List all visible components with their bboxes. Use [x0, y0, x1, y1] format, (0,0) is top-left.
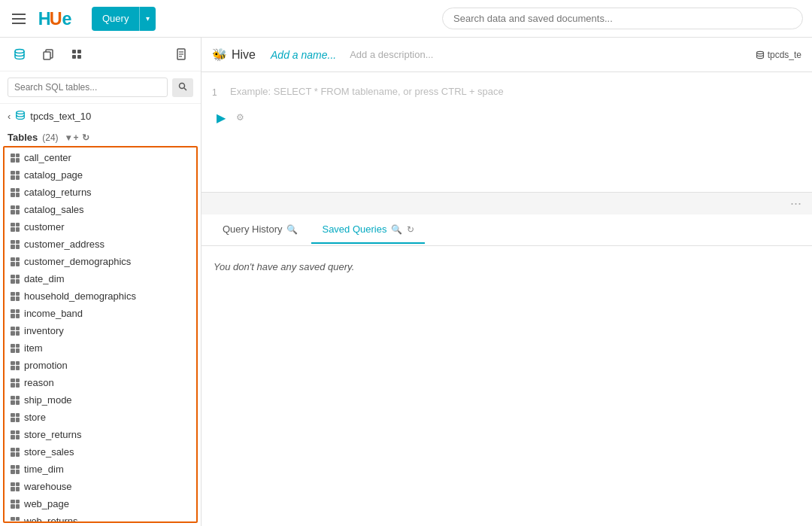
table-list-item[interactable]: store_returns — [5, 426, 196, 443]
table-grid-icon — [11, 344, 20, 353]
table-grid-icon — [11, 396, 20, 405]
editor-header: 🐝 Hive Add a name... Add a description..… — [201, 38, 812, 72]
table-list-item[interactable]: web_page — [5, 495, 196, 512]
navbar-left: H U e Query ▾ — [9, 7, 156, 31]
table-list-item[interactable]: ship_mode — [5, 391, 196, 409]
sidebar-icons — [0, 38, 201, 71]
query-history-label: Query History — [223, 223, 282, 235]
table-name: store_returns — [24, 429, 82, 440]
table-name: web_returns — [24, 515, 78, 523]
table-list-item[interactable]: item — [5, 339, 196, 357]
svg-rect-8 — [77, 55, 81, 59]
table-list-item[interactable]: inventory — [5, 322, 196, 339]
table-name: item — [24, 342, 43, 354]
table-list-item[interactable]: call_center — [5, 149, 196, 166]
svg-point-13 — [180, 83, 185, 88]
table-list-item[interactable]: catalog_page — [5, 166, 196, 184]
run-button[interactable]: ▶ — [212, 108, 230, 126]
table-list-item[interactable]: household_demographics — [5, 287, 196, 305]
table-name: ship_mode — [24, 394, 72, 406]
db-icon — [15, 110, 26, 123]
editor-line-1: 1 Example: SELECT * FROM tablename, or p… — [212, 80, 801, 104]
table-search-input[interactable] — [8, 78, 168, 97]
back-arrow-icon[interactable]: ‹ — [8, 111, 11, 122]
top-navbar: H U e Query ▾ — [0, 0, 812, 38]
table-name: household_demographics — [24, 290, 136, 302]
table-list: call_center catalog_page catalog_returns… — [3, 146, 198, 523]
table-name: customer — [24, 221, 64, 233]
table-name: warehouse — [24, 481, 72, 492]
table-grid-icon — [11, 361, 20, 370]
search-input[interactable] — [442, 8, 803, 29]
svg-point-15 — [17, 111, 25, 114]
tab-saved-queries[interactable]: Saved Queries 🔍 ↻ — [311, 216, 425, 244]
table-name: catalog_page — [24, 169, 83, 181]
table-name: customer_demographics — [24, 256, 131, 267]
table-name: web_page — [24, 498, 69, 509]
navbar-search[interactable] — [442, 8, 803, 29]
saved-queries-label: Saved Queries — [322, 223, 386, 235]
line-number: 1 — [212, 86, 223, 98]
sidebar-search — [0, 71, 201, 104]
table-list-item[interactable]: web_returns — [5, 512, 196, 523]
table-grid-icon — [11, 465, 20, 474]
editor-placeholder[interactable]: Example: SELECT * FROM tablename, or pre… — [230, 86, 504, 97]
hue-logo: H U e — [38, 8, 83, 30]
table-list-item[interactable]: promotion — [5, 357, 196, 374]
hamburger-icon[interactable] — [9, 11, 29, 27]
query-tabs: Query History 🔍 Saved Queries 🔍 ↻ — [201, 214, 812, 246]
table-list-item[interactable]: date_dim — [5, 270, 196, 287]
grid-icon[interactable] — [66, 44, 87, 65]
saved-refresh-icon[interactable]: ↻ — [407, 224, 414, 235]
copy-icon[interactable] — [38, 44, 59, 65]
table-list-item[interactable]: customer_address — [5, 236, 196, 253]
table-list-item[interactable]: customer — [5, 218, 196, 236]
add-table-icon[interactable]: + — [74, 132, 79, 143]
tables-actions: ▾ + ↻ — [66, 132, 89, 143]
database-icon[interactable] — [9, 44, 30, 65]
table-name: store_sales — [24, 446, 74, 458]
table-grid-icon — [11, 275, 20, 284]
table-name: inventory — [24, 325, 64, 336]
table-list-item[interactable]: store_sales — [5, 443, 196, 461]
table-search-button[interactable] — [172, 78, 193, 97]
table-list-item[interactable]: customer_demographics — [5, 253, 196, 270]
svg-text:e: e — [62, 9, 72, 29]
db-name[interactable]: tpcds_text_10 — [30, 111, 91, 122]
filter-icon[interactable]: ▾ — [66, 132, 71, 143]
history-search-icon[interactable]: 🔍 — [286, 224, 298, 235]
table-list-item[interactable]: catalog_returns — [5, 184, 196, 201]
empty-state-text: You don't have any saved query. — [214, 261, 354, 272]
editor-options[interactable]: ⚙ — [236, 112, 244, 123]
table-grid-icon — [11, 413, 20, 422]
query-dropdown-arrow[interactable]: ▾ — [140, 7, 156, 31]
table-list-item[interactable]: catalog_sales — [5, 201, 196, 218]
svg-rect-6 — [77, 50, 81, 53]
table-name: promotion — [24, 360, 68, 371]
table-grid-icon — [11, 188, 20, 197]
table-list-item[interactable]: time_dim — [5, 461, 196, 478]
table-grid-icon — [11, 205, 20, 214]
tab-query-history[interactable]: Query History 🔍 — [212, 216, 308, 244]
editor-dots[interactable]: ··· — [201, 193, 812, 214]
table-name: catalog_sales — [24, 204, 84, 215]
table-list-item[interactable]: warehouse — [5, 478, 196, 495]
svg-text:U: U — [50, 9, 62, 29]
table-list-item[interactable]: income_band — [5, 305, 196, 322]
engine-label: Hive — [232, 48, 256, 62]
editor-area: 1 Example: SELECT * FROM tablename, or p… — [201, 72, 812, 193]
editor-name[interactable]: Add a name... — [271, 49, 336, 61]
svg-point-16 — [756, 51, 763, 53]
saved-search-icon[interactable]: 🔍 — [391, 224, 402, 235]
table-list-item[interactable]: reason — [5, 374, 196, 391]
editor-toolbar: ▶ ⚙ — [212, 104, 801, 131]
table-name: income_band — [24, 308, 83, 319]
table-list-item[interactable]: store — [5, 409, 196, 426]
document-icon[interactable] — [171, 44, 192, 65]
hive-bee-icon: 🐝 — [212, 47, 227, 62]
table-grid-icon — [11, 482, 20, 491]
refresh-icon[interactable]: ↻ — [82, 132, 89, 143]
main-layout: ‹ tpcds_text_10 Tables (24) ▾ + ↻ — [0, 38, 812, 526]
query-button[interactable]: Query ▾ — [92, 7, 156, 31]
editor-desc[interactable]: Add a description... — [350, 49, 433, 60]
